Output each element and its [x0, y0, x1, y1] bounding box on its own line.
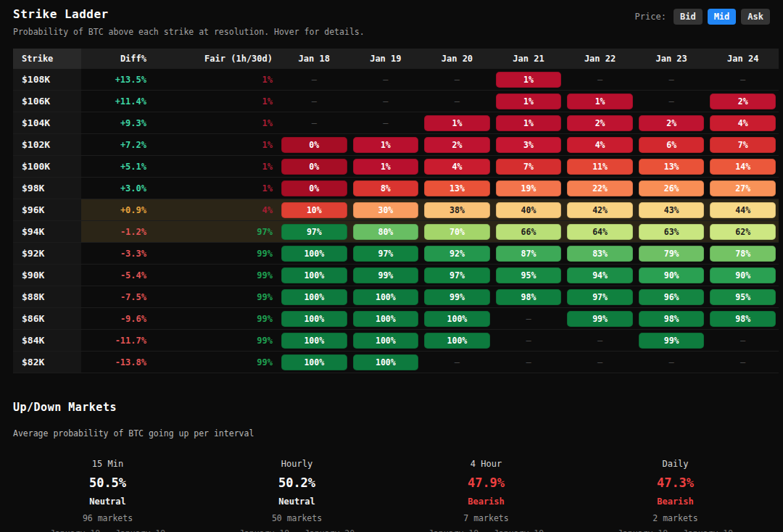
probability-pill[interactable]: 42%: [567, 202, 633, 218]
probability-cell: —: [278, 69, 350, 90]
probability-cell: 99%: [636, 330, 708, 351]
probability-pill[interactable]: 64%: [567, 224, 633, 240]
probability-pill[interactable]: 30%: [353, 202, 419, 218]
probability-pill[interactable]: 0%: [281, 159, 347, 175]
probability-pill[interactable]: 97%: [567, 289, 633, 305]
probability-pill[interactable]: 7%: [710, 137, 776, 153]
probability-pill[interactable]: 97%: [281, 224, 347, 240]
probability-pill[interactable]: 4%: [710, 115, 776, 131]
probability-pill[interactable]: 1%: [496, 72, 562, 88]
fair-value: 1%: [157, 183, 278, 194]
probability-pill[interactable]: 100%: [353, 289, 419, 305]
probability-pill[interactable]: 99%: [567, 311, 633, 327]
strike-label: $88K: [13, 286, 81, 307]
empty-cell-dash: —: [597, 357, 602, 367]
probability-cell: —: [493, 330, 565, 351]
probability-pill[interactable]: 100%: [424, 333, 490, 349]
updown-title: Up/Down Markets: [13, 401, 770, 414]
probability-pill[interactable]: 100%: [281, 246, 347, 262]
probability-pill[interactable]: 2%: [639, 115, 705, 131]
probability-pill[interactable]: 96%: [639, 289, 705, 305]
probability-pill[interactable]: 94%: [567, 267, 633, 283]
probability-pill[interactable]: 40%: [496, 202, 562, 218]
price-option-mid[interactable]: Mid: [708, 9, 737, 25]
probability-pill[interactable]: 100%: [281, 333, 347, 349]
probability-pill[interactable]: 2%: [424, 137, 490, 153]
probability-cell: 100%: [278, 265, 350, 286]
probability-pill[interactable]: 80%: [353, 224, 419, 240]
probability-pill[interactable]: 95%: [496, 267, 562, 283]
probability-pill[interactable]: 1%: [496, 115, 562, 131]
probability-pill[interactable]: 3%: [496, 137, 562, 153]
probability-pill[interactable]: 8%: [353, 180, 419, 196]
probability-pill[interactable]: 100%: [281, 311, 347, 327]
probability-pill[interactable]: 95%: [710, 289, 776, 305]
probability-pill[interactable]: 27%: [710, 180, 776, 196]
probability-pill[interactable]: 90%: [639, 267, 705, 283]
probability-pill[interactable]: 26%: [639, 180, 705, 196]
probability-pill[interactable]: 44%: [710, 202, 776, 218]
probability-pill[interactable]: 100%: [353, 333, 419, 349]
price-option-bid[interactable]: Bid: [674, 9, 703, 25]
probability-pill[interactable]: 99%: [353, 267, 419, 283]
empty-cell-dash: —: [383, 118, 388, 128]
table-row: $104K+9.3%1%——1%1%2%2%4%: [13, 112, 779, 134]
probability-pill[interactable]: 4%: [424, 159, 490, 175]
probability-pill[interactable]: 87%: [496, 246, 562, 262]
probability-pill[interactable]: 100%: [353, 354, 419, 370]
probability-pill[interactable]: 100%: [353, 311, 419, 327]
probability-pill[interactable]: 97%: [424, 267, 490, 283]
probability-cell: 14%: [707, 156, 779, 177]
probability-pill[interactable]: 0%: [281, 180, 347, 196]
probability-pill[interactable]: 98%: [639, 311, 705, 327]
probability-pill[interactable]: 100%: [424, 311, 490, 327]
probability-pill[interactable]: 79%: [639, 246, 705, 262]
probability-pill[interactable]: 1%: [353, 159, 419, 175]
probability-cell: 100%: [278, 286, 350, 307]
probability-pill[interactable]: 100%: [281, 354, 347, 370]
probability-pill[interactable]: 97%: [353, 246, 419, 262]
probability-pill[interactable]: 14%: [710, 159, 776, 175]
probability-pill[interactable]: 10%: [281, 202, 347, 218]
probability-pill[interactable]: 66%: [496, 224, 562, 240]
probability-pill[interactable]: 83%: [567, 246, 633, 262]
probability-pill[interactable]: 2%: [710, 93, 776, 109]
probability-pill[interactable]: 1%: [567, 93, 633, 109]
probability-pill[interactable]: 13%: [424, 180, 490, 196]
probability-pill[interactable]: 38%: [424, 202, 490, 218]
probability-pill[interactable]: 100%: [281, 267, 347, 283]
probability-pill[interactable]: 1%: [424, 115, 490, 131]
probability-pill[interactable]: 98%: [710, 311, 776, 327]
probability-pill[interactable]: 4%: [567, 137, 633, 153]
probability-pill[interactable]: 99%: [424, 289, 490, 305]
fair-value: 99%: [157, 314, 278, 324]
probability-pill[interactable]: 78%: [710, 246, 776, 262]
probability-pill[interactable]: 19%: [496, 180, 562, 196]
probability-pill[interactable]: 22%: [567, 180, 633, 196]
probability-cell: —: [278, 112, 350, 133]
probability-pill[interactable]: 0%: [281, 137, 347, 153]
probability-pill[interactable]: 13%: [639, 159, 705, 175]
probability-cell: 100%: [421, 308, 493, 329]
probability-cell: 30%: [350, 199, 422, 220]
fair-value: 99%: [157, 292, 278, 302]
probability-pill[interactable]: 2%: [567, 115, 633, 131]
probability-pill[interactable]: 98%: [496, 289, 562, 305]
probability-pill[interactable]: 90%: [710, 267, 776, 283]
probability-pill[interactable]: 99%: [639, 333, 705, 349]
probability-pill[interactable]: 1%: [353, 137, 419, 153]
fair-value: 4%: [157, 205, 278, 215]
probability-pill[interactable]: 92%: [424, 246, 490, 262]
probability-pill[interactable]: 100%: [281, 289, 347, 305]
probability-cell: 97%: [350, 243, 422, 264]
probability-pill[interactable]: 6%: [639, 137, 705, 153]
probability-pill[interactable]: 63%: [639, 224, 705, 240]
probability-pill[interactable]: 1%: [496, 93, 562, 109]
probability-pill[interactable]: 43%: [639, 202, 705, 218]
probability-pill[interactable]: 62%: [710, 224, 776, 240]
price-option-ask[interactable]: Ask: [741, 9, 770, 25]
probability-pill[interactable]: 7%: [496, 159, 562, 175]
probability-cell: —: [350, 69, 422, 90]
probability-pill[interactable]: 70%: [424, 224, 490, 240]
probability-pill[interactable]: 11%: [567, 159, 633, 175]
